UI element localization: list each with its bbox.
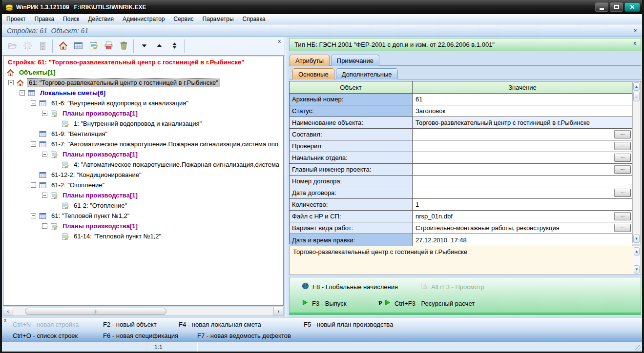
tree-item[interactable]: Объекты[1]: [3, 67, 283, 78]
tab-2[interactable]: Примечание: [331, 55, 379, 66]
menu-item-7[interactable]: Параметры: [198, 14, 238, 24]
tree-horizontal-scrollbar[interactable]: ‹ ||| ›: [3, 307, 284, 316]
hint-f2[interactable]: F2 - новый объект: [103, 321, 157, 328]
hint-ctrl-o[interactable]: Ctrl+O - список строек: [13, 332, 78, 339]
collapse-expander-icon[interactable]: [42, 152, 47, 157]
subtab-2[interactable]: Дополнительные: [336, 68, 398, 79]
collapse-expander-icon[interactable]: [20, 90, 25, 96]
subtab-1[interactable]: Основные: [292, 68, 334, 79]
menu-item-4[interactable]: Действия: [83, 14, 118, 24]
scroll-left-icon[interactable]: ‹: [3, 307, 13, 315]
print-button[interactable]: [101, 39, 116, 53]
attribute-value[interactable]: ...: [413, 187, 632, 198]
attribute-value[interactable]: ...: [413, 140, 632, 152]
object-description-memo[interactable]: Торгово-развлекательный центр с гостиниц…: [289, 246, 641, 275]
scroll-right-icon[interactable]: ›: [273, 307, 283, 315]
tree-item[interactable]: 61-12-2: "Кондиционирование": [3, 170, 283, 180]
ellipsis-button[interactable]: ...: [614, 130, 631, 138]
scrollbar-thumb[interactable]: ≡: [633, 92, 640, 101]
attribute-value[interactable]: 61: [413, 94, 632, 105]
hint-f6[interactable]: F6 - новая спецификация: [103, 332, 178, 339]
collapse-expander-icon[interactable]: [42, 111, 47, 116]
collapse-expander-icon[interactable]: [42, 193, 47, 198]
menu-item-1[interactable]: Проект: [2, 14, 30, 24]
tree-item[interactable]: 61-2: "Отопление": [3, 200, 283, 211]
hint-f5[interactable]: F5 - новый план производства: [304, 321, 393, 328]
spreadsheet-button[interactable]: [71, 39, 86, 53]
attribute-label: Файл с НР и СП:: [290, 211, 413, 222]
ellipsis-button[interactable]: ...: [614, 142, 631, 150]
tree-panel-close-icon[interactable]: x: [277, 38, 283, 44]
tree-item[interactable]: Планы производства[1]: [3, 108, 283, 118]
menu-item-2[interactable]: Правка: [30, 14, 59, 24]
scroll-up-icon[interactable]: ▲: [633, 82, 640, 91]
move-updown-button[interactable]: [167, 39, 182, 53]
fkey-f3[interactable]: F3 - Выпуск: [301, 299, 346, 308]
tree-item[interactable]: 61: "Торгово-развлекательный центр с гос…: [3, 78, 283, 88]
tree-item[interactable]: 61-14: "Тепловой пункт №1,2": [3, 231, 283, 241]
collapse-expander-icon[interactable]: [31, 100, 36, 106]
attribute-value[interactable]: 1: [413, 199, 632, 210]
ellipsis-button[interactable]: ...: [614, 224, 631, 232]
attribute-value[interactable]: 27.12.2010 17:48: [413, 234, 632, 246]
tree-item[interactable]: 61-6: "Внутренний водопровод и канализац…: [3, 98, 283, 108]
house-button[interactable]: [56, 39, 71, 53]
collapse-expander-icon[interactable]: [8, 80, 14, 85]
attribute-value[interactable]: [413, 176, 632, 187]
attribute-value[interactable]: ...: [413, 129, 632, 140]
menu-item-8[interactable]: Справка: [238, 14, 270, 24]
resize-grip-icon[interactable]: [635, 345, 641, 351]
table-vertical-scrollbar[interactable]: ▲ ≡ ▼: [632, 82, 640, 243]
panel-splitter[interactable]: [285, 37, 289, 317]
hint-f7[interactable]: F7 - новая ведомость дефектов: [197, 332, 291, 339]
tree-item[interactable]: Планы производства[1]: [3, 221, 283, 231]
tree-item[interactable]: Локальные сметы[6]: [3, 88, 283, 98]
attribute-value[interactable]: Торгово-развлекательный центр с гостиниц…: [413, 117, 632, 128]
menu-item-3[interactable]: Поиск: [59, 14, 83, 24]
fkey-f8[interactable]: F8 - Глобальные начисления: [302, 282, 398, 291]
close-button[interactable]: ✕: [624, 2, 640, 12]
attribute-value[interactable]: ...: [413, 164, 632, 175]
move-up-button[interactable]: [152, 39, 167, 53]
tab-1[interactable]: Атрибуты: [290, 55, 330, 66]
tree-item-label: 61-6: "Внутренний водопровод и канализац…: [50, 99, 190, 107]
collapse-expander-icon[interactable]: [31, 182, 36, 188]
tree-item[interactable]: Планы производства[1]: [3, 149, 283, 159]
ellipsis-button[interactable]: ...: [614, 189, 631, 197]
attribute-value[interactable]: Заголовок: [413, 105, 632, 117]
collapse-expander-icon[interactable]: [31, 213, 36, 218]
tree-item[interactable]: 4: "Автоматическое пожаротушение.Пожарна…: [3, 159, 283, 170]
scrollbar-thumb[interactable]: |||: [25, 308, 166, 315]
attribute-value[interactable]: Строительно-монтажные работы, реконструк…: [413, 222, 632, 234]
attribute-value[interactable]: ...: [413, 152, 632, 163]
infobar-close-icon[interactable]: x: [633, 27, 639, 34]
ellipsis-button[interactable]: ...: [614, 154, 631, 162]
memo-vertical-scrollbar[interactable]: ▲ ▼: [633, 247, 640, 274]
minimize-button[interactable]: [595, 2, 608, 12]
trash-button[interactable]: [116, 39, 131, 53]
scroll-up-icon[interactable]: ▲: [634, 247, 640, 255]
ellipsis-button[interactable]: ...: [614, 212, 631, 220]
hint-f4[interactable]: F4 - новая локальная смета: [179, 321, 261, 328]
tree-item[interactable]: 61-2: "Отопление": [3, 180, 283, 190]
tree-item[interactable]: Планы производства[1]: [3, 190, 283, 200]
plan-button[interactable]: [86, 39, 101, 53]
hintbar-close-icon[interactable]: x: [4, 317, 6, 323]
tree-item[interactable]: 1: "Внутренний водопровод и канализация": [3, 118, 283, 129]
fkey-ctrl-f3[interactable]: PCtrl+F3 - Ресурсный расчет: [378, 299, 475, 308]
scroll-down-icon[interactable]: ▼: [633, 235, 640, 243]
menu-item-5[interactable]: Администратор: [118, 14, 169, 24]
norm-base-close-icon[interactable]: x: [632, 40, 638, 46]
ellipsis-button[interactable]: ...: [614, 165, 631, 174]
attribute-value[interactable]: nrsp_01n.dbf...: [413, 211, 632, 222]
tree-item[interactable]: 61: "Тепловой пункт №1,2": [3, 211, 283, 221]
maximize-button[interactable]: [610, 2, 623, 12]
collapse-expander-icon[interactable]: [31, 141, 36, 147]
tree-item[interactable]: Стройка: 61: "Торгово-развлекательный це…: [3, 57, 283, 67]
tree-item[interactable]: 61-9: "Вентиляция": [3, 129, 283, 139]
tree-item[interactable]: 61-7: "Автоматическое пожаротушение.Пожа…: [3, 139, 283, 149]
collapse-expander-icon[interactable]: [42, 223, 47, 229]
menu-item-6[interactable]: Сервис: [169, 14, 198, 24]
move-down-button[interactable]: [137, 39, 152, 53]
scroll-down-icon[interactable]: ▼: [634, 265, 640, 274]
